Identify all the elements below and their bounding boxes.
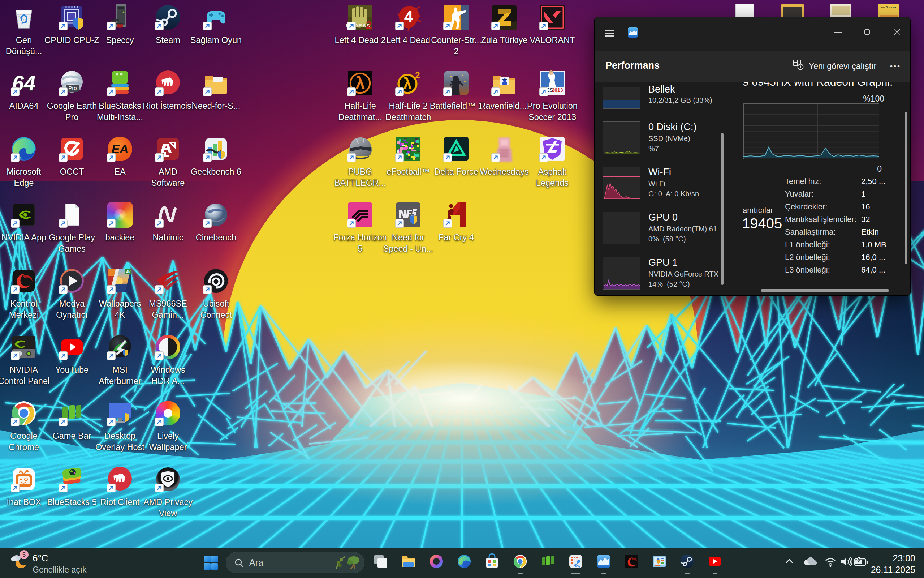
svg-text:λ: λ bbox=[356, 73, 365, 92]
svg-text:2: 2 bbox=[366, 19, 372, 31]
svg-text:Pro: Pro bbox=[68, 85, 76, 91]
svg-text:λ: λ bbox=[403, 75, 412, 93]
svg-text:4: 4 bbox=[404, 8, 413, 26]
svg-text:2: 2 bbox=[415, 70, 420, 80]
svg-text:4K: 4K bbox=[126, 270, 131, 274]
svg-text:2013: 2013 bbox=[552, 87, 563, 93]
